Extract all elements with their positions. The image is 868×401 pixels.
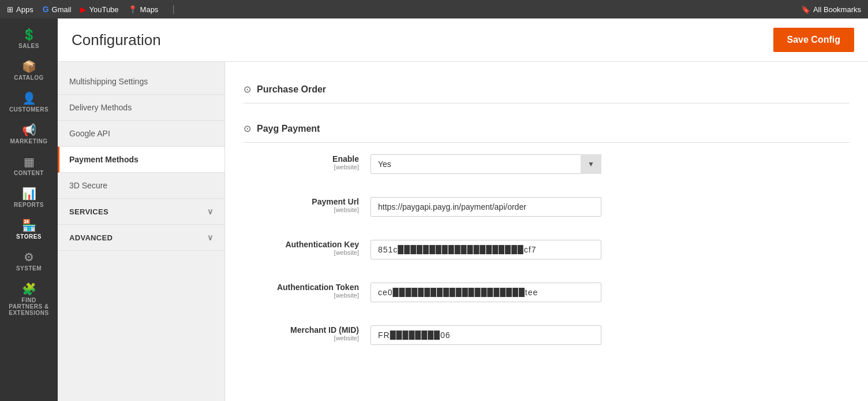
all-bookmarks[interactable]: 🔖 All Bookmarks	[801, 5, 861, 14]
services-chevron-icon: ∨	[207, 207, 213, 216]
catalog-label: CATALOG	[14, 75, 43, 81]
purchase-order-section-header[interactable]: ⊙ Purchase Order	[244, 76, 850, 103]
divider: |	[172, 4, 174, 14]
gmail-g-icon: G	[43, 5, 49, 14]
customers-label: CUSTOMERS	[9, 106, 48, 113]
system-label: SYSTEM	[16, 265, 42, 272]
enable-select[interactable]: Yes No	[371, 154, 601, 174]
payment-url-label: Payment Url	[244, 197, 359, 206]
payg-payment-section-header[interactable]: ⊙ Payg Payment	[244, 115, 850, 143]
payg-chevron-icon: ⊙	[244, 123, 251, 134]
merchant-id-input[interactable]	[371, 325, 601, 345]
merchant-id-sublabel: [website]	[244, 335, 359, 341]
content-area: Configuration Save Config Multishipping …	[58, 18, 868, 401]
enable-sublabel: [website]	[244, 164, 359, 170]
auth-token-control-col	[371, 283, 601, 302]
gmail-label: Gmail	[52, 5, 72, 14]
auth-key-label-col: Authentication Key [website]	[244, 240, 371, 256]
services-label: SERVICES	[69, 207, 108, 216]
apps-grid-icon: ⊞	[7, 5, 13, 14]
page-title: Configuration	[72, 31, 161, 49]
app-container: 💲 SALES 📦 CATALOG 👤 CUSTOMERS 📢 MARKETIN…	[0, 18, 868, 401]
customers-icon: 👤	[22, 92, 36, 104]
payment-url-sublabel: [website]	[244, 206, 359, 213]
catalog-icon: 📦	[22, 61, 36, 72]
payment-url-field-row: Payment Url [website]	[244, 197, 850, 228]
nav-3d-secure[interactable]: 3D Secure	[58, 173, 225, 199]
content-icon: ▦	[24, 156, 35, 168]
sidebar-item-system[interactable]: ⚙ SYSTEM	[0, 246, 58, 277]
youtube-label: YouTube	[89, 5, 118, 14]
sidebar-item-find-partners[interactable]: 🧩 FIND PARTNERS & EXTENSIONS	[0, 277, 58, 322]
apps-label: Apps	[16, 5, 33, 14]
reports-label: REPORTS	[14, 202, 44, 208]
auth-token-label-col: Authentication Token [website]	[244, 283, 371, 299]
maps-icon: 📍	[128, 5, 137, 14]
main-split: Multishipping Settings Delivery Methods …	[58, 62, 868, 401]
browser-maps[interactable]: 📍 Maps	[128, 5, 159, 14]
nav-multishipping[interactable]: Multishipping Settings	[58, 69, 225, 95]
enable-field-row: Enable [website] Yes No ▼	[244, 154, 850, 185]
system-icon: ⚙	[24, 251, 34, 263]
nav-delivery[interactable]: Delivery Methods	[58, 95, 225, 121]
sidebar: 💲 SALES 📦 CATALOG 👤 CUSTOMERS 📢 MARKETIN…	[0, 18, 58, 401]
enable-label: Enable	[244, 154, 359, 164]
payment-url-label-col: Payment Url [website]	[244, 197, 371, 213]
purchase-order-chevron-icon: ⊙	[244, 84, 251, 95]
left-nav: Multishipping Settings Delivery Methods …	[58, 62, 225, 401]
bookmark-icon: 🔖	[801, 5, 810, 14]
purchase-order-title: Purchase Order	[257, 84, 326, 95]
auth-key-control-col	[371, 240, 601, 259]
stores-label: STORES	[16, 233, 42, 240]
marketing-icon: 📢	[22, 124, 36, 136]
sales-label: SALES	[18, 43, 39, 49]
merchant-id-label: Merchant ID (MID)	[244, 325, 359, 335]
stores-icon: 🏪	[22, 220, 36, 231]
browser-youtube[interactable]: ▶ YouTube	[80, 5, 118, 14]
find-partners-label: FIND PARTNERS & EXTENSIONS	[5, 297, 53, 316]
payg-payment-title: Payg Payment	[257, 124, 320, 134]
page-header: Configuration Save Config	[58, 18, 868, 62]
auth-key-sublabel: [website]	[244, 249, 359, 256]
sidebar-item-marketing[interactable]: 📢 MARKETING	[0, 118, 58, 150]
browser-bar: ⊞ Apps G Gmail ▶ YouTube 📍 Maps | 🔖 All …	[0, 0, 868, 18]
marketing-label: MARKETING	[10, 138, 47, 144]
auth-token-sublabel: [website]	[244, 292, 359, 299]
sidebar-item-catalog[interactable]: 📦 CATALOG	[0, 55, 58, 87]
sales-icon: 💲	[22, 29, 36, 40]
save-config-button[interactable]: Save Config	[773, 28, 854, 52]
auth-key-label: Authentication Key	[244, 240, 359, 249]
find-partners-icon: 🧩	[22, 283, 36, 295]
auth-token-label: Authentication Token	[244, 283, 359, 292]
maps-label: Maps	[140, 5, 159, 14]
enable-label-col: Enable [website]	[244, 154, 371, 170]
merchant-id-field-row: Merchant ID (MID) [website]	[244, 325, 850, 357]
auth-token-field-row: Authentication Token [website]	[244, 283, 850, 314]
nav-section-advanced[interactable]: ADVANCED ∨	[58, 225, 225, 251]
sidebar-item-content[interactable]: ▦ CONTENT	[0, 150, 58, 182]
browser-apps[interactable]: ⊞ Apps	[7, 5, 33, 14]
auth-key-input[interactable]	[371, 240, 601, 259]
browser-gmail[interactable]: G Gmail	[43, 5, 72, 14]
advanced-label: ADVANCED	[69, 233, 113, 242]
auth-token-input[interactable]	[371, 283, 601, 302]
auth-key-field-row: Authentication Key [website]	[244, 240, 850, 271]
reports-icon: 📊	[22, 188, 36, 199]
right-panel: ⊙ Purchase Order ⊙ Payg Payment Enable […	[225, 62, 868, 401]
bookmarks-label: All Bookmarks	[813, 5, 861, 14]
sidebar-item-sales[interactable]: 💲 SALES	[0, 23, 58, 55]
sidebar-item-reports[interactable]: 📊 REPORTS	[0, 182, 58, 214]
nav-payment-methods[interactable]: Payment Methods	[58, 147, 225, 173]
enable-select-wrapper: Yes No ▼	[371, 154, 601, 174]
nav-google-api[interactable]: Google API	[58, 121, 225, 147]
nav-section-services[interactable]: SERVICES ∨	[58, 199, 225, 225]
merchant-id-control-col	[371, 325, 601, 345]
content-label: CONTENT	[14, 170, 44, 176]
payment-url-input[interactable]	[371, 197, 601, 217]
sidebar-item-stores[interactable]: 🏪 STORES	[0, 214, 58, 246]
merchant-id-label-col: Merchant ID (MID) [website]	[244, 325, 371, 341]
enable-control-col: Yes No ▼	[371, 154, 601, 174]
payg-payment-section: ⊙ Payg Payment Enable [website] Yes	[244, 115, 850, 357]
payment-url-control-col	[371, 197, 601, 217]
sidebar-item-customers[interactable]: 👤 CUSTOMERS	[0, 87, 58, 118]
